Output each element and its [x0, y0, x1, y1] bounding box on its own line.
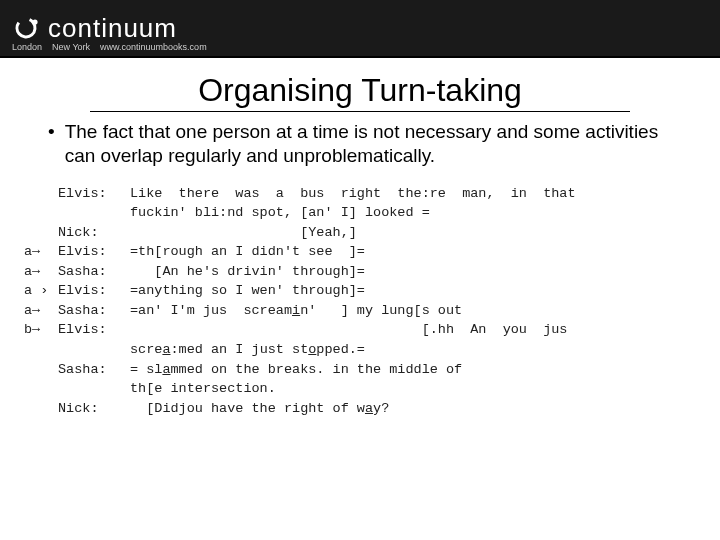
header-subline: London New York www.continuumbooks.com: [12, 42, 207, 52]
speaker-label: Sasha:: [58, 262, 130, 282]
row-marker: [24, 360, 58, 380]
transcript-row: fuckin' bli:nd spot, [an' I] looked =: [24, 203, 696, 223]
logo: continuum: [12, 13, 177, 44]
brand-header: continuum London New York www.continuumb…: [0, 0, 720, 56]
utterance-text: Like there was a bus right the:re man, i…: [130, 184, 696, 204]
slide-title: Organising Turn-taking: [90, 72, 630, 112]
row-marker: [24, 379, 58, 399]
transcript-row: a ›Elvis:=anything so I wen' through]=: [24, 281, 696, 301]
speaker-label: [58, 340, 130, 360]
row-marker: a ›: [24, 281, 58, 301]
speaker-label: [58, 203, 130, 223]
utterance-text: [Didjou have the right of way?: [130, 399, 696, 419]
transcript-row: a→Sasha: [An he's drivin' through]=: [24, 262, 696, 282]
bullet-dot-icon: •: [48, 120, 55, 168]
bullet-text: The fact that one person at a time is no…: [65, 120, 684, 168]
utterance-text: [An he's drivin' through]=: [130, 262, 696, 282]
city-newyork: New York: [52, 42, 90, 52]
speaker-label: Elvis:: [58, 242, 130, 262]
speaker-label: Sasha:: [58, 301, 130, 321]
speaker-label: Nick:: [58, 399, 130, 419]
row-marker: a→: [24, 301, 58, 321]
utterance-text: =an' I'm jus screamin' ] my lung[s out: [130, 301, 696, 321]
speaker-label: Sasha:: [58, 360, 130, 380]
row-marker: [24, 223, 58, 243]
utterance-text: [Yeah,]: [130, 223, 696, 243]
utterance-text: fuckin' bli:nd spot, [an' I] looked =: [130, 203, 696, 223]
city-london: London: [12, 42, 42, 52]
transcript-row: Nick: [Yeah,]: [24, 223, 696, 243]
utterance-text: [.hh An you jus: [130, 320, 696, 340]
transcript-row: b→Elvis: [.hh An you jus: [24, 320, 696, 340]
utterance-text: th[e intersection.: [130, 379, 696, 399]
transcript-row: Sasha:= slammed on the breaks. in the mi…: [24, 360, 696, 380]
utterance-text: =anything so I wen' through]=: [130, 281, 696, 301]
header-rule: [0, 56, 720, 58]
speaker-label: Nick:: [58, 223, 130, 243]
brand-name: continuum: [48, 13, 177, 44]
transcript-row: Nick: [Didjou have the right of way?: [24, 399, 696, 419]
transcript-row: screa:med an I just stopped.=: [24, 340, 696, 360]
svg-point-0: [13, 15, 38, 40]
row-marker: [24, 184, 58, 204]
svg-point-1: [32, 19, 37, 24]
row-marker: b→: [24, 320, 58, 340]
speaker-label: [58, 379, 130, 399]
transcript-row: Elvis:Like there was a bus right the:re …: [24, 184, 696, 204]
speaker-label: Elvis:: [58, 320, 130, 340]
utterance-text: =th[rough an I didn't see ]=: [130, 242, 696, 262]
conversation-transcript: Elvis:Like there was a bus right the:re …: [0, 168, 720, 419]
row-marker: a→: [24, 242, 58, 262]
transcript-row: a→Elvis:=th[rough an I didn't see ]=: [24, 242, 696, 262]
transcript-row: a→Sasha:=an' I'm jus screamin' ] my lung…: [24, 301, 696, 321]
utterance-text: screa:med an I just stopped.=: [130, 340, 696, 360]
row-marker: [24, 340, 58, 360]
continuum-logo-icon: [12, 14, 40, 42]
site-url: www.continuumbooks.com: [100, 42, 207, 52]
row-marker: [24, 203, 58, 223]
speaker-label: Elvis:: [58, 184, 130, 204]
transcript-row: th[e intersection.: [24, 379, 696, 399]
row-marker: [24, 399, 58, 419]
row-marker: a→: [24, 262, 58, 282]
utterance-text: = slammed on the breaks. in the middle o…: [130, 360, 696, 380]
bullet-point: • The fact that one person at a time is …: [0, 120, 720, 168]
speaker-label: Elvis:: [58, 281, 130, 301]
